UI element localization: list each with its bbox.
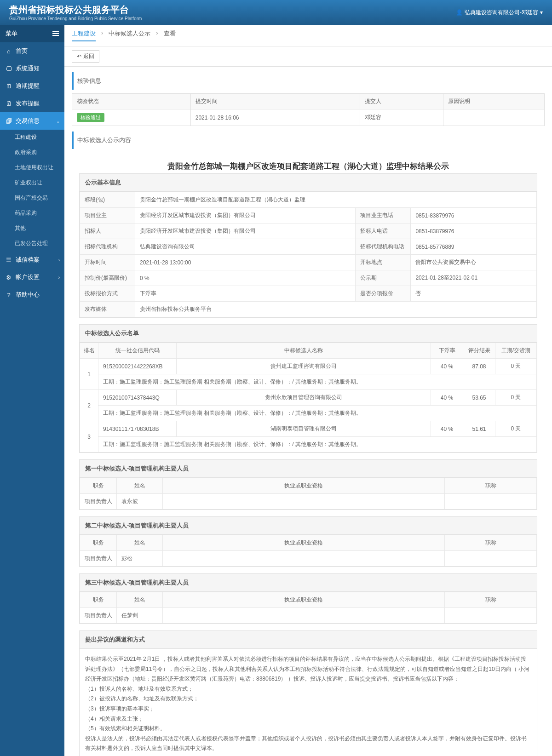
table-row: 项目负责人袁永波 bbox=[80, 494, 537, 510]
menu-trade[interactable]: 🗐交易信息⌄ bbox=[0, 112, 64, 130]
submenu-state[interactable]: 国有产权交易 bbox=[0, 190, 64, 206]
panel-objection: 提出异议的渠道和方式 中标结果公示至2021年 2月1日 ，投标人或者其他利害关… bbox=[79, 630, 537, 756]
table-row: 191520000214422268XB贵州建工监理咨询有限公司40 %87.0… bbox=[80, 359, 537, 374]
header-user-name: 弘典建设咨询有限公司-邓廷容 bbox=[465, 9, 538, 17]
personnel-table-2: 职务姓名执业或职业资格职称 项目负责人彭松 bbox=[80, 535, 537, 567]
calendar-icon: 🗓 bbox=[6, 100, 12, 107]
crumb-2[interactable]: 中标候选人公示 bbox=[109, 29, 150, 41]
verify-table: 核验状态 提交时间 提交人 原因说明 核验通过 2021-01-28 16:06… bbox=[72, 93, 545, 126]
submenu-engineering[interactable]: 工程建设 bbox=[0, 130, 64, 145]
crumb-1[interactable]: 工程建设 bbox=[72, 29, 96, 41]
back-icon: ↶ bbox=[77, 53, 81, 60]
personnel-table-3: 职务姓名执业或职业资格职称 项目负责人任梦剑 bbox=[80, 592, 537, 624]
submenu-mining[interactable]: 矿业权出让 bbox=[0, 175, 64, 190]
submenu-published[interactable]: 已发公告处理 bbox=[0, 236, 64, 251]
verify-col-reason: 原因说明 bbox=[443, 94, 545, 109]
table-row: 291520100714378443Q贵州永欣项目管理咨询有限公司40 %53.… bbox=[80, 390, 537, 406]
panel-basic: 公示基本信息 标段(包)贵阳金竹总部城一期棚户区改造项目配套道路工程（湖心大道）… bbox=[79, 173, 537, 318]
header-user[interactable]: 弘典建设咨询有限公司-邓廷容 ▾ bbox=[456, 9, 543, 17]
verify-person: 邓廷容 bbox=[360, 109, 443, 126]
panel-candidates-title: 中标候选人公示名单 bbox=[80, 325, 537, 343]
crumb-3: 查看 bbox=[164, 29, 176, 41]
section-verify-title: 核验信息 bbox=[72, 72, 545, 90]
table-row: 项目负责人彭松 bbox=[80, 551, 537, 567]
table-row: 工期：施工监理服务期：施工监理服务期 相关服务期（勘察、设计、保修）：/ 其他服… bbox=[80, 437, 537, 452]
status-badge: 核验通过 bbox=[77, 113, 104, 122]
breadcrumb: 工程建设 › 中标候选人公示 › 查看 bbox=[64, 25, 552, 46]
back-button[interactable]: ↶返回 bbox=[72, 50, 99, 63]
candidates-table: 排名 统一社会信用代码 中标候选人名称 下浮率 评分结果 工期/交货期 1915… bbox=[80, 343, 537, 452]
verify-col-person: 提交人 bbox=[360, 94, 443, 109]
monitor-icon: 🖵 bbox=[6, 65, 12, 72]
panel-basic-title: 公示基本信息 bbox=[80, 174, 537, 192]
table-row: 项目负责人任梦剑 bbox=[80, 608, 537, 624]
verify-time: 2021-01-28 16:06 bbox=[190, 109, 360, 126]
table-row: 工期：施工监理服务期：施工监理服务期 相关服务期（勘察、设计、保修）：/ 其他服… bbox=[80, 406, 537, 421]
verify-reason bbox=[443, 109, 545, 126]
docs-icon: 🗐 bbox=[6, 118, 12, 125]
submenu-other[interactable]: 其他 bbox=[0, 221, 64, 236]
crumb-sep: › bbox=[156, 29, 158, 41]
basic-info-table: 标段(包)贵阳金竹总部城一期棚户区改造项目配套道路工程（湖心大道）监理 项目业主… bbox=[80, 192, 537, 317]
page-title: 贵阳金竹总部城一期棚户区改造项目配套道路工程（湖心大道）监理中标结果公示 bbox=[72, 153, 545, 173]
chevron-right-icon: › bbox=[58, 275, 60, 280]
submenu-gov[interactable]: 政府采购 bbox=[0, 145, 64, 160]
panel-personnel-2: 第二中标候选人-项目管理机构主要人员 职务姓名执业或职业资格职称 项目负责人彭松 bbox=[79, 516, 537, 567]
personnel-table-1: 职务姓名执业或职业资格职称 项目负责人袁永波 bbox=[80, 478, 537, 510]
list-icon: ☰ bbox=[6, 257, 12, 263]
submenu-drug[interactable]: 药品采购 bbox=[0, 206, 64, 221]
menu-publish[interactable]: 🗓发布提醒 bbox=[0, 95, 64, 112]
main: 工程建设 › 中标候选人公示 › 查看 ↶返回 核验信息 核验状态 提交时间 提… bbox=[64, 25, 552, 756]
help-icon: ? bbox=[6, 292, 12, 298]
gear-icon: ⚙ bbox=[6, 274, 12, 281]
toolbar: ↶返回 bbox=[64, 46, 552, 67]
menu-home[interactable]: ⌂首页 bbox=[0, 42, 64, 60]
verify-col-time: 提交时间 bbox=[190, 94, 360, 109]
menu-help[interactable]: ?帮助中心 bbox=[0, 286, 64, 304]
header-title-en: GuiZhou Province Tendering and Bidding P… bbox=[9, 16, 142, 21]
panel-personnel-1: 第一中标候选人-项目管理机构主要人员 职务姓名执业或职业资格职称 项目负责人袁永… bbox=[79, 459, 537, 510]
section-announce-title: 中标候选人公示内容 bbox=[72, 132, 545, 149]
sidebar-header: 菜单 bbox=[0, 25, 64, 42]
calendar-icon: 🗓 bbox=[6, 83, 12, 90]
menu-notice[interactable]: 🖵系统通知 bbox=[0, 60, 64, 77]
verify-col-status: 核验状态 bbox=[72, 94, 191, 109]
header-title: 贵州省招标投标公共服务平台 GuiZhou Province Tendering… bbox=[9, 4, 142, 21]
header-title-cn: 贵州省招标投标公共服务平台 bbox=[9, 4, 142, 16]
menu-credit[interactable]: ☰诚信档案› bbox=[0, 251, 64, 269]
table-row: 391430111717083018B湖南明泰项目管理有限公司40 %51.61… bbox=[80, 421, 537, 437]
menu-account[interactable]: ⚙帐户设置› bbox=[0, 269, 64, 286]
header: 贵州省招标投标公共服务平台 GuiZhou Province Tendering… bbox=[0, 0, 552, 25]
table-row: 工期：施工监理服务期：施工监理服务期 相关服务期（勘察、设计、保修）：/ 其他服… bbox=[80, 374, 537, 390]
submenu-land[interactable]: 土地使用权出让 bbox=[0, 160, 64, 175]
chevron-right-icon: › bbox=[58, 258, 60, 263]
user-icon bbox=[456, 9, 463, 16]
sidebar-menu-label: 菜单 bbox=[6, 29, 17, 38]
objection-text: 中标结果公示至2021年 2月1日 ，投标人或者其他利害关系人对依法必须进行招标… bbox=[80, 649, 537, 756]
crumb-sep: › bbox=[101, 29, 103, 41]
chevron-down-icon: ▾ bbox=[540, 9, 543, 16]
chevron-down-icon: ⌄ bbox=[56, 119, 60, 124]
home-icon: ⌂ bbox=[6, 48, 12, 55]
hamburger-icon[interactable] bbox=[52, 31, 59, 36]
panel-candidates: 中标候选人公示名单 排名 统一社会信用代码 中标候选人名称 下浮率 评分结果 工… bbox=[79, 324, 537, 453]
panel-personnel-3: 第三中标候选人-项目管理机构主要人员 职务姓名执业或职业资格职称 项目负责人任梦… bbox=[79, 573, 537, 624]
sidebar: 菜单 ⌂首页 🖵系统通知 🗓逾期提醒 🗓发布提醒 🗐交易信息⌄ 工程建设 政府采… bbox=[0, 25, 64, 756]
menu-overdue[interactable]: 🗓逾期提醒 bbox=[0, 77, 64, 95]
